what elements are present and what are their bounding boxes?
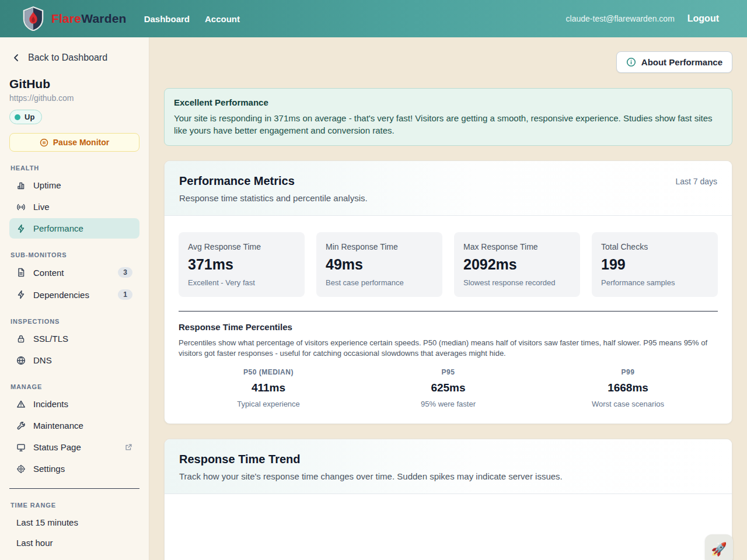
brand-flare-text: Flare (51, 12, 81, 25)
sidebar-item-content[interactable]: Content 3 (9, 262, 139, 283)
sidebar-item-label: Uptime (33, 180, 61, 190)
warning-triangle-icon (16, 400, 26, 409)
metrics-range-label: Last 7 days (675, 174, 717, 186)
pause-monitor-button[interactable]: Pause Monitor (9, 133, 139, 152)
shield-flame-logo-icon (22, 6, 44, 31)
stat-caption: Slowest response recorded (463, 278, 571, 287)
sidebar-item-dependencies[interactable]: Dependencies 1 (9, 284, 139, 305)
sidebar-divider (9, 488, 139, 489)
sidebar-item-uptime[interactable]: Uptime (9, 175, 139, 195)
status-dot-icon (15, 114, 20, 120)
stat-card-max-response: Max Response Time 2092ms Slowest respons… (454, 232, 580, 297)
about-performance-button[interactable]: About Performance (616, 51, 732, 73)
sidebar-item-settings[interactable]: Settings (9, 459, 139, 479)
stat-value: 2092ms (463, 256, 571, 273)
percentile-value: 1668ms (538, 382, 718, 394)
metrics-card-title: Performance Metrics (179, 174, 675, 188)
percentile-label: P99 (538, 368, 718, 376)
section-heading-health: HEALTH (11, 164, 138, 172)
navbar-right: claude-test@flarewarden.com Logout (566, 13, 719, 24)
lightning-icon (16, 290, 26, 299)
status-badge: Up (9, 110, 42, 124)
trend-card-header: Response Time Trend Track how your site'… (165, 439, 732, 494)
stat-card-avg-response: Avg Response Time 371ms Excellent - Very… (179, 232, 305, 297)
nav-link-dashboard[interactable]: Dashboard (144, 14, 190, 24)
content-count-badge: 3 (118, 267, 132, 278)
percentiles-row: P50 (MEDIAN) 411ms Typical experience P9… (179, 368, 718, 408)
monitor-url: https://github.com (9, 93, 139, 103)
lock-icon (16, 334, 26, 344)
percentile-label: P95 (358, 368, 538, 376)
sidebar-item-label: Maintenance (33, 421, 83, 430)
percentile-value: 625ms (358, 382, 538, 394)
sidebar-item-label: Dependencies (33, 290, 89, 300)
time-range-option-1hour[interactable]: Last hour (9, 533, 139, 553)
brand-name: FlareWarden (51, 12, 127, 26)
sidebar-item-incidents[interactable]: Incidents (9, 394, 139, 414)
banner-body: Your site is responding in 371ms on aver… (174, 112, 722, 136)
pause-button-label: Pause Monitor (53, 138, 109, 147)
sidebar-item-maintenance[interactable]: Maintenance (9, 415, 139, 436)
sidebar-item-dns[interactable]: DNS (9, 350, 139, 370)
trend-card-title: Response Time Trend (179, 453, 717, 466)
back-to-dashboard-link[interactable]: Back to Dashboard (9, 47, 139, 69)
section-heading-manage: MANAGE (11, 383, 138, 390)
status-label: Up (25, 113, 34, 121)
stat-label: Min Response Time (326, 242, 433, 251)
stat-caption: Best case performance (326, 278, 433, 287)
performance-banner: Excellent Performance Your site is respo… (164, 88, 732, 146)
broadcast-icon (16, 202, 26, 212)
sidebar-item-ssl-tls[interactable]: SSL/TLS (9, 328, 139, 349)
bar-chart-icon (16, 181, 26, 190)
about-button-label: About Performance (641, 57, 722, 67)
back-link-label: Back to Dashboard (28, 52, 107, 63)
percentiles-description: Percentiles show what percentage of visi… (179, 338, 718, 358)
percentile-caption: 95% were faster (358, 400, 538, 408)
monitor-icon (16, 443, 26, 452)
user-email: claude-test@flarewarden.com (566, 14, 675, 23)
sidebar-item-label: Settings (33, 464, 65, 474)
gear-icon (16, 464, 26, 474)
stat-value: 199 (601, 256, 708, 273)
percentile-label: P50 (MEDIAN) (179, 368, 358, 376)
logout-button[interactable]: Logout (687, 13, 719, 24)
monitor-name: GitHub (9, 77, 139, 91)
stat-caption: Excellent - Very fast (188, 278, 295, 287)
pause-circle-icon (40, 138, 48, 147)
percentiles-title: Response Time Percentiles (179, 322, 718, 332)
sidebar-item-status-page[interactable]: Status Page (9, 437, 139, 457)
sidebar-item-label: Incidents (33, 399, 68, 409)
stat-value: 49ms (326, 256, 433, 273)
performance-metrics-card: Performance Metrics Response time statis… (164, 160, 732, 424)
stat-caption: Performance samples (601, 278, 708, 287)
brand-logo[interactable]: FlareWarden (22, 6, 127, 31)
brand-warden-text: Warden (81, 12, 126, 25)
section-heading-sub-monitors: SUB-MONITORS (11, 251, 138, 258)
sidebar-item-label: DNS (33, 355, 52, 365)
chevron-left-icon (12, 53, 21, 62)
sidebar-item-label: Performance (33, 223, 83, 233)
stat-label: Total Checks (601, 242, 708, 251)
time-range-option-15min[interactable]: Last 15 minutes (9, 512, 139, 533)
rocket-launcher-button[interactable]: 🚀 (705, 534, 733, 560)
percentile-p95: P95 625ms 95% were faster (358, 368, 538, 408)
section-heading-time-range: TIME RANGE (11, 502, 138, 509)
section-heading-inspections: INSPECTIONS (11, 318, 138, 325)
trend-chart-area (165, 494, 732, 560)
sidebar-item-performance[interactable]: Performance (9, 218, 139, 239)
sidebar-item-label: Live (33, 202, 50, 212)
external-link-icon (124, 443, 132, 452)
nav-link-account[interactable]: Account (205, 14, 240, 24)
trend-card-subtitle: Track how your site's response time chan… (179, 471, 717, 481)
percentile-caption: Worst case scenarios (538, 400, 718, 408)
sidebar: Back to Dashboard GitHub https://github.… (0, 37, 149, 560)
stat-label: Max Response Time (463, 242, 571, 251)
info-circle-icon (626, 57, 636, 67)
sidebar-item-live[interactable]: Live (9, 197, 139, 217)
toolbar-row: About Performance (164, 51, 732, 73)
sidebar-item-label: Status Page (33, 442, 81, 452)
top-navbar: FlareWarden Dashboard Account claude-tes… (0, 0, 747, 37)
percentile-p50: P50 (MEDIAN) 411ms Typical experience (179, 368, 358, 408)
primary-nav: Dashboard Account (144, 14, 240, 24)
metrics-card-subtitle: Response time statistics and percentile … (179, 193, 675, 203)
